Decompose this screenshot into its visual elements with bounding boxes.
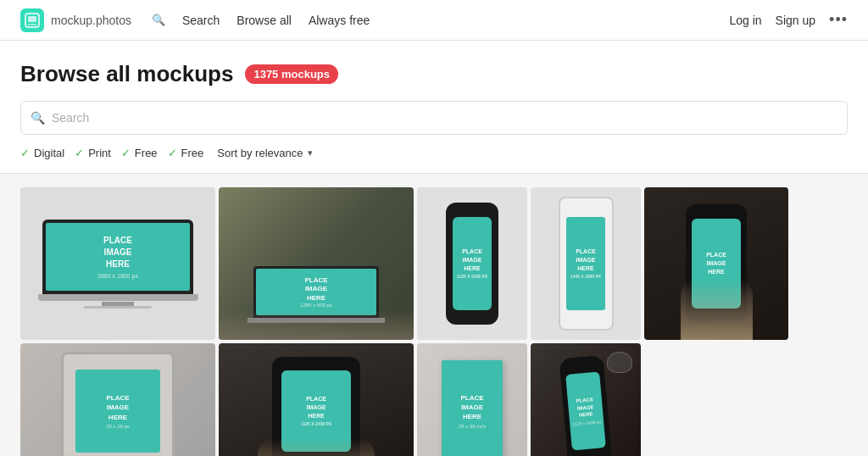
nav-search-icon: 🔍 — [152, 14, 165, 26]
nav-browse-link[interactable]: Browse all — [236, 14, 292, 27]
login-button[interactable]: Log in — [729, 14, 761, 27]
svg-rect-2 — [28, 24, 36, 25]
logo-icon — [20, 8, 44, 32]
filter-free2-label: Free — [181, 147, 204, 159]
filter-print-label: Print — [88, 147, 111, 159]
mockup-card[interactable]: PLACEIMAGEHERE 1125 x 2436 px — [417, 187, 527, 340]
mockup-card[interactable]: PLACEIMAGEHERE 1125 x 2436 px — [219, 343, 414, 456]
filter-digital-label: Digital — [34, 147, 64, 159]
mockup-card[interactable]: PLACEIMAGEHERE 20 x 28 px — [20, 343, 215, 456]
logo[interactable]: mockup.photos — [20, 8, 131, 32]
sort-dropdown[interactable]: Sort by relevance ▾ — [217, 147, 312, 159]
search-bar-wrapper: 🔍 — [20, 101, 848, 135]
mockup-count-badge: 1375 mockups — [245, 64, 338, 84]
filter-print[interactable]: ✓ Print — [75, 147, 111, 159]
filters-row: ✓ Digital ✓ Print ✓ Free ✓ Free Sort by … — [20, 147, 848, 159]
logo-text: mockup.photos — [51, 14, 131, 27]
sort-label: Sort by relevance — [217, 147, 303, 159]
mockup-card[interactable]: PLACEIMAGEHERE — [644, 187, 788, 340]
check-icon-3: ✓ — [121, 147, 131, 159]
page-title-area: Browse all mockups 1375 mockups — [20, 61, 848, 87]
nav-search-link[interactable]: Search — [182, 14, 220, 27]
svg-rect-1 — [28, 16, 36, 22]
filter-free1[interactable]: ✓ Free — [121, 147, 158, 159]
filter-free2[interactable]: ✓ Free — [168, 147, 204, 159]
navbar-right: Log in Sign up ••• — [729, 11, 848, 29]
mockup-card[interactable]: PLACEIMAGEHERE 2880 x 1800 px — [20, 187, 215, 340]
signup-button[interactable]: Sign up — [776, 14, 815, 27]
check-icon: ✓ — [20, 147, 30, 159]
mockup-card[interactable]: PLACEIMAGEHERE 1280 x 600 px — [219, 187, 414, 340]
mockup-card[interactable]: PLACEIMAGEHERE 1125 x 2436 px — [531, 343, 641, 456]
gallery-section: PLACEIMAGEHERE 2880 x 1800 px — [0, 174, 868, 456]
sort-arrow-icon: ▾ — [308, 147, 313, 158]
gallery-grid: PLACEIMAGEHERE 2880 x 1800 px — [20, 187, 848, 456]
search-bar-icon: 🔍 — [31, 111, 45, 125]
header-section: Browse all mockups 1375 mockups 🔍 ✓ Digi… — [0, 41, 868, 174]
filter-digital[interactable]: ✓ Digital — [20, 147, 64, 159]
nav-free-link[interactable]: Always free — [309, 14, 370, 27]
check-icon-2: ✓ — [75, 147, 84, 159]
more-menu-button[interactable]: ••• — [829, 11, 848, 29]
mockup-card[interactable]: PLACEIMAGEHERE 1440 x 2960 px — [531, 187, 641, 340]
page-title: Browse all mockups — [20, 61, 233, 87]
filter-free1-label: Free — [135, 147, 158, 159]
navbar: mockup.photos 🔍 Search Browse all Always… — [0, 0, 868, 41]
mockup-card[interactable]: PLACEIMAGEHERE 28 x 38 inch — [417, 343, 527, 456]
check-icon-4: ✓ — [168, 147, 177, 159]
search-input[interactable] — [20, 101, 848, 135]
